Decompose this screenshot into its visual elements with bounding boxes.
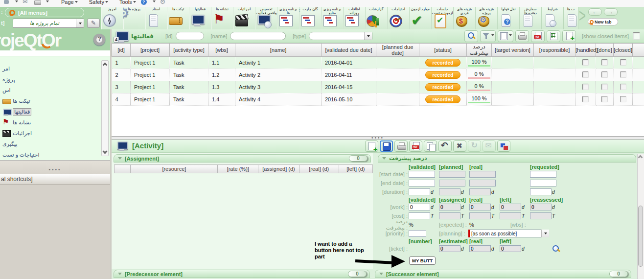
sidebar-menu-item[interactable]: اجرائیات [2, 128, 110, 139]
page-menu[interactable]: Page [61, 0, 78, 5]
search-button[interactable] [464, 30, 478, 42]
horizontal-splitter[interactable]: •••• [112, 136, 644, 140]
sidebar-menu-item[interactable]: نشانه ها [2, 117, 110, 128]
name-filter-input[interactable] [230, 32, 286, 40]
toolbar-button[interactable]: اسناد [145, 7, 167, 29]
priority-input[interactable] [409, 230, 426, 237]
done-checkbox[interactable] [601, 71, 608, 78]
assignment-column-header[interactable]: [assigned] (d) [258, 165, 299, 173]
type-filter-dropdown-icon[interactable] [364, 32, 372, 40]
refresh-button[interactable] [468, 140, 481, 152]
scroll-down-icon[interactable] [103, 149, 108, 154]
start-validated-input[interactable] [409, 171, 435, 178]
my-butt-button[interactable]: MY BUTT [409, 256, 436, 265]
start-requested-input[interactable] [530, 171, 556, 178]
sidebar-menu-item[interactable]: پیگیری [2, 139, 110, 149]
sidebar-menu-item[interactable]: احتیاجات و تست [2, 149, 110, 160]
show-closed-checkbox[interactable] [633, 32, 640, 40]
all-menus-selector[interactable]: [All menus] [5, 8, 84, 17]
column-header[interactable]: [name] [235, 44, 322, 57]
done-checkbox[interactable] [601, 59, 608, 66]
project-filter-dropdown-icon[interactable] [76, 19, 84, 27]
toolbar-button[interactable]: پروژه ها [123, 7, 145, 29]
planning-dropdown-icon[interactable] [541, 230, 549, 237]
detail-scrollbar[interactable] [637, 154, 644, 279]
column-header[interactable]: [planned due date] [376, 44, 419, 57]
column-header[interactable]: [target version] [492, 44, 534, 57]
collapse-triangle-icon[interactable] [382, 157, 386, 162]
pdf-button[interactable] [409, 140, 422, 152]
help-icon[interactable] [140, 0, 147, 5]
column-header[interactable]: [wbs] [208, 44, 235, 57]
closed-checkbox[interactable] [620, 96, 626, 102]
toolbar-button[interactable]: تیکت ها [167, 7, 189, 29]
predecessor-section-bar[interactable]: [Predecessor element] 0 [114, 270, 370, 278]
save-button[interactable] [380, 140, 393, 152]
assignment-column-header[interactable]: [real] (d) [299, 165, 339, 173]
done-checkbox[interactable] [601, 96, 608, 102]
end-validated-input[interactable] [409, 180, 435, 186]
column-header[interactable]: [done] [596, 44, 614, 57]
duration-requested-input[interactable] [530, 188, 552, 195]
assignment-column-header[interactable] [115, 165, 131, 173]
toolbar-button[interactable]: اجرائیات [233, 7, 255, 29]
toolbar-button[interactable]: گزارشات [366, 7, 388, 29]
column-header[interactable]: [project] [131, 44, 170, 57]
column-header[interactable]: [closed] [614, 44, 633, 57]
toolbar-button[interactable]: شرایط [542, 7, 564, 29]
cost-validated-input[interactable] [409, 212, 430, 219]
column-header[interactable]: [activity type] [170, 44, 208, 57]
home-caret-icon[interactable] [15, 0, 18, 4]
help-caret-icon[interactable] [153, 0, 156, 4]
toolbar-button[interactable]: نشانه ها [211, 7, 233, 29]
copy-button[interactable] [424, 140, 437, 152]
assignment-column-header[interactable]: [left] (d) [339, 165, 372, 173]
add-item-button[interactable] [562, 30, 576, 42]
assignment-column-header[interactable]: [rate (%)] [218, 165, 258, 173]
handled-checkbox[interactable] [582, 96, 589, 102]
settings-gear-icon[interactable] [160, 0, 167, 5]
help-ring-icon[interactable] [93, 34, 105, 46]
planning-select[interactable]: [as soon as possible] [468, 230, 549, 237]
print-icon[interactable] [34, 0, 41, 5]
sidebar-menu-item[interactable]: اس [2, 85, 110, 95]
column-header[interactable]: [validated due date] [322, 44, 376, 57]
toolbar-button[interactable]: برنامه ریزی ها [277, 7, 299, 29]
safety-menu[interactable]: Safety [89, 0, 108, 5]
table-row[interactable]: 1 Project 1 Task 1.1 Activity 1 2016-04-… [112, 57, 644, 69]
sidebar-menu-item[interactable]: پروژه [2, 74, 110, 85]
export-pdf-button[interactable] [531, 30, 545, 42]
mail-button[interactable] [483, 140, 496, 152]
collapse-triangle-icon[interactable] [118, 157, 122, 162]
closed-checkbox[interactable] [620, 59, 626, 66]
table-row[interactable]: 3 Project 1 Task 1.3 Activity 3 2016-04-… [112, 81, 644, 93]
toolbar-button[interactable]: فعالیتها [189, 7, 211, 29]
tools-menu[interactable]: Tools [119, 0, 136, 5]
assignment-section-bar[interactable]: [Assignment] 0 [114, 154, 371, 163]
successor-section-bar[interactable]: [Successor element] 0 [375, 270, 631, 278]
new-button[interactable] [365, 140, 378, 152]
toolbar-button-partial[interactable]: ت ها [564, 7, 578, 29]
clone-button[interactable] [497, 140, 510, 152]
column-header[interactable]: [responsible] [534, 44, 575, 57]
print-button[interactable] [394, 140, 408, 152]
toolbar-button[interactable]: هزینه های فردی [454, 7, 476, 29]
closed-checkbox[interactable] [620, 71, 626, 78]
nav-forward-button[interactable]: → [604, 8, 618, 16]
type-filter-select[interactable] [309, 32, 372, 40]
ticket-search-icon[interactable] [552, 245, 560, 253]
table-row[interactable]: 2 Project 1 Task 1.2 Activity 2 2016-04-… [112, 69, 644, 81]
toolbar-button[interactable]: جلسات آزمون و تست [432, 7, 454, 29]
handled-checkbox[interactable] [582, 71, 589, 78]
work-validated-input[interactable] [409, 204, 430, 210]
print-caret-icon[interactable] [46, 0, 49, 4]
toolbar-button[interactable]: تخصیص واقعی فعالیت ها [255, 7, 277, 29]
scroll-up-icon[interactable] [638, 155, 643, 160]
toolbar-button[interactable]: احتیاجات [388, 7, 410, 29]
sidebar-scrollbar[interactable] [101, 60, 109, 156]
new-tab-button[interactable]: New tab [588, 18, 618, 25]
toolbar-button[interactable]: موارد آزمون [410, 7, 432, 29]
filter-button[interactable] [480, 30, 496, 42]
personal-shortcuts-bar[interactable]: al shortcuts] [0, 174, 110, 185]
table-row[interactable]: 4 Project 1 Task 1.4 Activity 4 2016-05-… [112, 93, 644, 106]
